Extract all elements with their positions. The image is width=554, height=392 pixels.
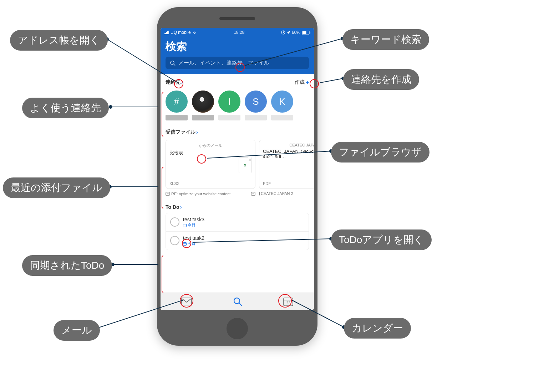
- location-icon: [287, 31, 290, 34]
- avatar-circle: #: [166, 91, 188, 113]
- callout-recent-attachments: 最近の添付ファイル: [3, 177, 110, 198]
- carrier-label: UQ mobile: [171, 30, 191, 35]
- chevron-right-icon: ›: [196, 129, 198, 135]
- files-section-header[interactable]: 受信ファイル ›: [161, 124, 314, 138]
- file-source-mail[interactable]: 【CEATEC JAPAN 2: [251, 191, 314, 196]
- file-card[interactable]: からのメール比較表XXLSX: [166, 140, 255, 189]
- svg-rect-2: [303, 31, 306, 34]
- sync-icon: [281, 30, 285, 35]
- clock: 18:28: [234, 30, 244, 35]
- todo-label: To Do: [166, 204, 179, 210]
- avatar-label: [218, 115, 240, 120]
- avatar-circle: S: [245, 91, 267, 113]
- contact-avatar[interactable]: [192, 91, 214, 120]
- callout-synced-todo: 同期されたToDo: [22, 255, 112, 276]
- mail-icon: [251, 192, 255, 196]
- file-ext: XLSX: [169, 181, 251, 186]
- phone-frame: UQ mobile 18:28 60% 検索 メール、イベント、連絡先、ファイル: [157, 7, 317, 346]
- avatar-label: [192, 115, 214, 120]
- battery-label: 60%: [292, 30, 300, 35]
- search-icon: [233, 297, 242, 306]
- red-circle-todo-chevron: [182, 239, 191, 248]
- contact-avatar[interactable]: K: [271, 91, 293, 120]
- todo-section-header[interactable]: To Do ›: [166, 204, 309, 210]
- callout-frequent-contacts: よく使う連絡先: [22, 98, 109, 118]
- callout-create-contact: 連絡先を作成: [343, 69, 419, 90]
- file-source-mail[interactable]: RE: optimize your website content: [166, 191, 248, 196]
- search-placeholder: メール、イベント、連絡先、ファイル: [178, 60, 269, 66]
- battery-icon: [302, 31, 310, 35]
- wifi-icon: [192, 31, 197, 34]
- svg-rect-8: [183, 224, 187, 227]
- red-circle-files-chevron: [197, 154, 206, 164]
- svg-line-14: [239, 303, 242, 305]
- file-from: からのメール: [169, 143, 251, 148]
- contact-avatar[interactable]: #: [166, 91, 188, 120]
- file-mail-strip: RE: optimize your website content【CEATEC…: [161, 191, 314, 199]
- callout-open-todo-app: ToDoアプリを開く: [331, 229, 432, 250]
- file-title: CEATEC_JAPAN_5ac6c92a-bd11-4b21-9df…: [263, 149, 314, 159]
- red-circle-contacts-chevron: [174, 79, 183, 88]
- search-icon: [170, 60, 176, 66]
- status-bar: UQ mobile 18:28 60%: [161, 28, 314, 37]
- svg-point-4: [171, 61, 174, 65]
- create-contact-button[interactable]: 作成 +: [295, 79, 309, 86]
- avatar-label: [271, 115, 293, 120]
- file-title: 比較表: [169, 150, 251, 156]
- svg-point-20: [109, 105, 112, 109]
- chevron-right-icon: ›: [180, 204, 182, 210]
- excel-icon: X: [239, 158, 251, 173]
- home-button[interactable]: [227, 318, 248, 339]
- avatar-circle: I: [218, 91, 240, 113]
- calendar-small-icon: [183, 223, 187, 227]
- callout-open-addressbook: アドレス帳を開く: [10, 30, 108, 51]
- checkbox-ring[interactable]: [170, 236, 179, 245]
- callout-calendar: カレンダー: [344, 318, 411, 339]
- contact-avatar[interactable]: I: [218, 91, 240, 120]
- plus-icon: +: [306, 79, 309, 85]
- svg-line-5: [174, 64, 175, 66]
- checkbox-ring[interactable]: [170, 217, 179, 227]
- avatar-label: [166, 115, 188, 120]
- contacts-strip: #ISK: [161, 87, 314, 124]
- red-circle-search: [235, 63, 245, 72]
- files-label: 受信ファイル: [166, 129, 195, 135]
- create-label: 作成: [295, 79, 305, 86]
- red-circle-tab-mail: [180, 294, 193, 308]
- svg-rect-3: [310, 32, 310, 33]
- todo-due: 今日: [183, 222, 204, 228]
- callout-file-browser: ファイルブラウザ: [331, 142, 430, 163]
- files-strip: からのメール比較表XXLSXCEATEC JAPANCEATEC_JAPAN_5…: [161, 138, 314, 191]
- tab-search[interactable]: [233, 297, 242, 306]
- avatar-label: [245, 115, 267, 120]
- avatar-circle: [192, 91, 214, 113]
- callout-keyword-search: キーワード検索: [342, 29, 429, 50]
- page-title: 検索: [166, 39, 309, 54]
- todo-title: test task3: [183, 217, 204, 222]
- file-from: CEATEC JAPAN: [263, 143, 314, 147]
- contact-avatar[interactable]: S: [245, 91, 267, 120]
- phone-speaker: [219, 17, 255, 20]
- callout-mail: メール: [54, 320, 100, 341]
- todo-item[interactable]: test task3 今日: [166, 213, 309, 232]
- svg-line-29: [320, 78, 343, 83]
- mail-icon: [166, 192, 170, 196]
- file-ext: PDF: [263, 181, 314, 186]
- red-circle-plus: [310, 79, 319, 88]
- avatar-circle: K: [271, 91, 293, 113]
- file-card[interactable]: CEATEC JAPANCEATEC_JAPAN_5ac6c92a-bd11-4…: [259, 140, 314, 189]
- contacts-section-header: 連絡先 › 作成 +: [161, 78, 314, 87]
- signal-icon: [164, 31, 169, 34]
- red-circle-tab-calendar: [278, 294, 292, 308]
